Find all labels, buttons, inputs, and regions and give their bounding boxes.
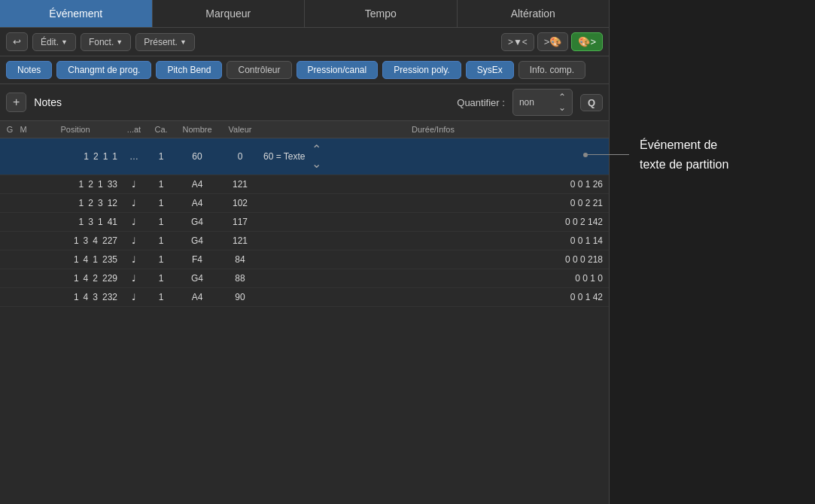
filter-changmt[interactable]: Changmt de prog. (56, 61, 151, 79)
filter-button[interactable]: >▼< (501, 33, 534, 51)
annotation: Événement de texte de partition (632, 135, 728, 174)
table-row[interactable]: 134227 ♩ 1 G4 121 0 0 1 14 (0, 232, 609, 250)
paint-button[interactable]: 🎨> (571, 32, 603, 51)
right-panel: Événement de texte de partition (610, 0, 815, 504)
table-row[interactable]: 12133 ♩ 1 A4 121 0 0 1 26 (0, 175, 609, 194)
cell-m (17, 155, 30, 158)
add-button[interactable]: + (6, 93, 26, 111)
present-dropdown-icon: ▼ (180, 38, 187, 46)
toolbar-right: >▼< >🎨 🎨> (501, 32, 603, 51)
tab-tempo[interactable]: Tempo (305, 0, 458, 27)
cell-position: 1 2 1 1 (30, 150, 120, 163)
filter-info-comp[interactable]: Info. comp. (518, 61, 585, 79)
annotation-text: Événement de texte de partition (640, 135, 728, 174)
col-duree: Durée/Infos (260, 123, 606, 135)
cell-duree: 60 = Texte ⌃⌄ (260, 141, 606, 172)
edit-dropdown-icon: ▼ (61, 38, 68, 46)
tab-evenement[interactable]: Événement (0, 0, 153, 27)
column-headers: G M Position ...at Ca. Nombre Valeur Dur… (0, 121, 609, 138)
table-row[interactable]: 141235 ♩ 1 F4 84 0 0 0 218 (0, 250, 609, 269)
fonct-button[interactable]: Fonct. ▼ (81, 33, 131, 51)
table-row[interactable]: 142229 ♩ 1 G4 88 0 0 1 0 (0, 269, 609, 288)
cell-nombre: 60 (175, 150, 220, 163)
col-m: M (17, 123, 30, 135)
stepper-icon[interactable]: ⌃⌄ (312, 142, 321, 171)
table-row[interactable]: 13141 ♩ 1 G4 117 0 0 2 142 (0, 213, 609, 232)
cell-at: … (120, 150, 147, 163)
palette-button[interactable]: >🎨 (537, 32, 569, 51)
edit-button[interactable]: Édit. ▼ (32, 33, 76, 51)
cell-valeur: 0 (220, 150, 260, 163)
filter-pitch-bend[interactable]: Pitch Bend (156, 61, 222, 79)
filter-sysex[interactable]: SysEx (466, 61, 514, 79)
quantify-stepper-icon: ⌃⌄ (558, 92, 566, 113)
quantify-select[interactable]: non ⌃⌄ (512, 89, 573, 116)
col-ca: Ca. (147, 123, 175, 135)
q-button[interactable]: Q (580, 94, 603, 111)
table-body[interactable]: 1 2 1 1 … 1 60 0 60 = Texte ⌃⌄ (0, 138, 609, 504)
left-panel: Événement Marqueur Tempo Altération ↩ Éd… (0, 0, 610, 504)
cell-g (3, 155, 17, 158)
filter-pression-canal[interactable]: Pression/canal (297, 61, 379, 79)
present-button[interactable]: Présent. ▼ (135, 33, 195, 51)
table-row[interactable]: 143232 ♩ 1 A4 90 0 0 1 42 (0, 288, 609, 307)
filter-row: Notes Changmt de prog. Pitch Bend Contrô… (0, 56, 609, 84)
cell-ca: 1 (147, 150, 175, 163)
col-g: G (3, 123, 17, 135)
filter-notes[interactable]: Notes (6, 61, 52, 79)
connector-line (588, 154, 629, 155)
back-button[interactable]: ↩ (6, 32, 28, 51)
toolbar-row: ↩ Édit. ▼ Fonct. ▼ Présent. ▼ >▼< >🎨 🎨> (0, 28, 609, 56)
col-at: ...at (120, 123, 147, 135)
col-valeur: Valeur (220, 123, 260, 135)
table-row[interactable]: 12312 ♩ 1 A4 102 0 0 2 21 (0, 194, 609, 213)
filter-controleur[interactable]: Contrôleur (227, 61, 291, 79)
tab-marqueur[interactable]: Marqueur (153, 0, 306, 27)
tab-alteration[interactable]: Altération (458, 0, 610, 27)
filter-pression-poly[interactable]: Pression poly. (382, 61, 461, 79)
tabs-row: Événement Marqueur Tempo Altération (0, 0, 609, 28)
quantify-label: Quantifier : (457, 97, 505, 108)
col-nombre: Nombre (175, 123, 220, 135)
fonct-dropdown-icon: ▼ (116, 38, 123, 46)
col-position: Position (30, 123, 120, 135)
table-row[interactable]: 1 2 1 1 … 1 60 0 60 = Texte ⌃⌄ (0, 138, 609, 175)
notes-title: Notes (34, 96, 62, 108)
notes-header-row: + Notes Quantifier : non ⌃⌄ Q (0, 84, 609, 121)
main-container: Événement Marqueur Tempo Altération ↩ Éd… (0, 0, 815, 504)
